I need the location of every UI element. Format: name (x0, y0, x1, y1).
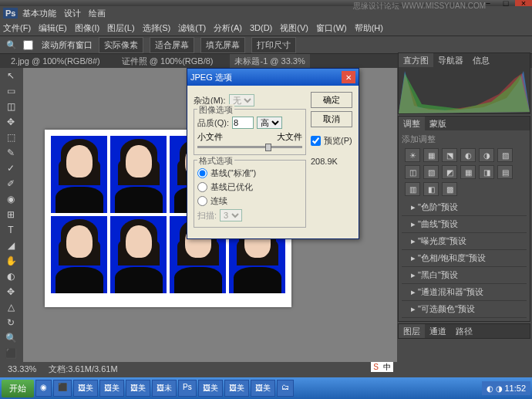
menu-window[interactable]: 窗口(W) (316, 22, 347, 34)
tab-masks[interactable]: 蒙版 (425, 117, 451, 130)
menu-3d[interactable]: 3D(D) (250, 23, 272, 32)
adjust-icon-5[interactable]: ▨ (497, 148, 513, 162)
tool-17[interactable]: 🔍 (2, 330, 20, 346)
top-menu-2[interactable]: 绘画 (86, 6, 109, 21)
task-7[interactable]: 🖼美 (198, 380, 223, 397)
adjust-icon-0[interactable]: ☀ (405, 148, 420, 162)
start-button[interactable]: 开始 (2, 380, 34, 397)
task-8[interactable]: 🖼美 (224, 380, 249, 397)
app-icon[interactable]: Ps (3, 8, 18, 19)
preset-4[interactable]: "黑白"预设 (402, 267, 527, 284)
tab-channels[interactable]: 通道 (425, 324, 451, 338)
adjust-icon-12[interactable]: ▥ (405, 182, 420, 196)
task-1[interactable]: ⬛ (53, 380, 72, 397)
task-10[interactable]: 🗂 (277, 380, 294, 397)
adjust-icon-14[interactable]: ▩ (442, 182, 457, 196)
tab-layers[interactable]: 图层 (399, 324, 425, 338)
task-5[interactable]: 🖼未 (152, 380, 177, 397)
doc-tab-1[interactable]: 证件照 @ 100%(RGB/8) (117, 54, 218, 69)
zoom-level[interactable]: 33.33% (8, 364, 36, 374)
tool-7[interactable]: ✐ (2, 176, 20, 191)
adjust-icon-6[interactable]: ◫ (405, 165, 420, 179)
quality-select[interactable]: 高 (257, 117, 282, 129)
tool-8[interactable]: ◉ (2, 191, 20, 207)
progressive-radio[interactable] (197, 196, 207, 206)
tool-3[interactable]: ✥ (2, 114, 20, 130)
actual-pixels-button[interactable]: 实际像素 (99, 37, 143, 53)
preset-1[interactable]: "曲线"预设 (402, 216, 527, 233)
tool-0[interactable]: ↖ (2, 68, 20, 83)
task-9[interactable]: 🖼美 (251, 380, 275, 397)
adjust-icon-8[interactable]: ◩ (442, 165, 457, 179)
task-2[interactable]: 🖼美 (73, 380, 98, 397)
adjust-icon-3[interactable]: ◐ (460, 148, 476, 162)
doc-tab-0[interactable]: 2.jpg @ 100%(RGB/8#) (6, 55, 105, 67)
tool-11[interactable]: ◢ (2, 238, 20, 253)
watermark: 思缘设计论坛 WWW.MISSYUAN.COM (353, 1, 486, 12)
tool-15[interactable]: △ (2, 299, 20, 315)
tool-18[interactable]: ⬛ (2, 346, 20, 361)
adjust-icon-7[interactable]: ▧ (423, 165, 439, 179)
preset-5[interactable]: "通道混和器"预设 (402, 284, 527, 301)
tab-adjustments[interactable]: 调整 (399, 117, 425, 130)
tool-1[interactable]: ▭ (2, 83, 20, 99)
task-6[interactable]: Ps (178, 380, 197, 397)
task-4[interactable]: 🖼美 (126, 380, 150, 397)
tool-10[interactable]: T (2, 222, 20, 238)
ok-button[interactable]: 确定 (311, 92, 352, 108)
tab-paths[interactable]: 路径 (451, 324, 477, 338)
adjust-icon-2[interactable]: ⬔ (442, 148, 457, 162)
tool-13[interactable]: ◐ (2, 269, 20, 284)
doc-tab-2[interactable]: 未标题-1 @ 33.3% (230, 54, 309, 69)
menu-help[interactable]: 帮助(H) (355, 22, 383, 34)
menu-image[interactable]: 图像(I) (75, 22, 99, 34)
tool-12[interactable]: ✋ (2, 253, 20, 269)
preset-2[interactable]: "曝光度"预设 (402, 233, 527, 250)
menu-edit[interactable]: 编辑(E) (39, 22, 67, 34)
top-menu-1[interactable]: 设计 (61, 6, 84, 21)
tab-info[interactable]: 信息 (468, 53, 494, 67)
tool-9[interactable]: ⊞ (2, 207, 20, 222)
tool-6[interactable]: ✓ (2, 161, 20, 176)
print-size-button[interactable]: 打印尺寸 (251, 37, 296, 53)
preset-6[interactable]: "可选颜色"预设 (402, 301, 527, 318)
menu-filter[interactable]: 滤镜(T) (178, 22, 206, 34)
menu-file[interactable]: 文件(F) (3, 22, 31, 34)
menu-analysis[interactable]: 分析(A) (214, 22, 242, 34)
tool-16[interactable]: ↻ (2, 315, 20, 330)
task-0[interactable]: ◉ (35, 380, 52, 397)
adjust-icon-1[interactable]: ▦ (423, 148, 439, 162)
adjust-icon-9[interactable]: ▦ (460, 165, 476, 179)
adjust-icon-10[interactable]: ◨ (479, 165, 494, 179)
quality-slider[interactable] (197, 146, 302, 148)
menu-view[interactable]: 视图(V) (280, 22, 308, 34)
fit-screen-button[interactable]: 适合屏幕 (150, 37, 194, 53)
menu-layer[interactable]: 图层(L) (107, 22, 134, 34)
tool-4[interactable]: ⬚ (2, 130, 20, 145)
tool-5[interactable]: ✎ (2, 145, 20, 161)
task-3[interactable]: 🖼美 (99, 380, 124, 397)
close-button[interactable]: × (515, 0, 532, 6)
adjust-icon-4[interactable]: ◑ (479, 148, 494, 162)
tool-14[interactable]: ✥ (2, 284, 20, 299)
preset-3[interactable]: "色相/饱和度"预设 (402, 250, 527, 267)
adjust-icon-11[interactable]: ▤ (497, 165, 513, 179)
cancel-button[interactable]: 取消 (311, 111, 352, 127)
optimized-radio[interactable] (197, 182, 207, 192)
adjust-icon-13[interactable]: ◧ (423, 182, 439, 196)
tab-navigator[interactable]: 导航器 (433, 53, 468, 67)
maximize-button[interactable]: □ (497, 0, 514, 6)
dialog-close-button[interactable]: ✕ (342, 71, 355, 83)
ime-indicator[interactable]: S中 (371, 362, 393, 373)
preview-checkbox[interactable] (311, 136, 321, 146)
system-tray[interactable]: ◐ ◑ 11:52 (482, 381, 530, 395)
tab-histogram[interactable]: 直方图 (399, 53, 433, 67)
tool-2[interactable]: ◫ (2, 99, 20, 114)
scroll-all-checkbox[interactable] (23, 40, 33, 50)
baseline-radio[interactable] (197, 168, 207, 178)
preset-0[interactable]: "色阶"预设 (402, 199, 527, 216)
fill-screen-button[interactable]: 填充屏幕 (200, 37, 245, 53)
quality-input[interactable] (232, 117, 254, 129)
menu-select[interactable]: 选择(S) (143, 22, 171, 34)
top-menu-0[interactable]: 基本功能 (19, 6, 59, 21)
